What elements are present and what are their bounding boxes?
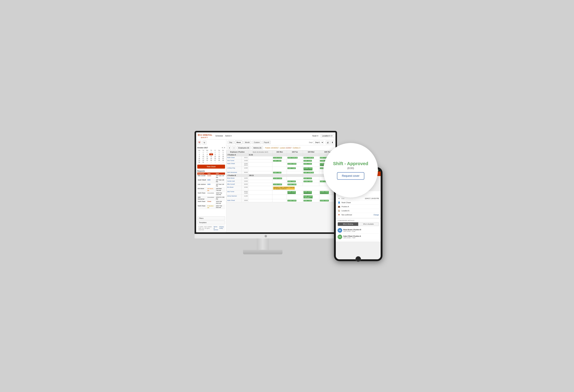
nav-user[interactable]: Noah ▾ — [312, 135, 318, 137]
nav-location-selector[interactable]: Location A ⇕ — [321, 134, 334, 137]
dept-dropdown[interactable]: Dept 1 — [313, 141, 324, 144]
cal-day[interactable]: 19 — [209, 157, 213, 159]
calendar-icon-btn[interactable]: 📅 — [197, 141, 201, 145]
cal-day[interactable]: 8 — [221, 154, 225, 155]
whos-working-tab[interactable]: Who's Working — [338, 222, 358, 226]
shift-cell[interactable]: 10/2/2017 7:00A - 10/5/2017 7:00A (N)UP … — [273, 187, 295, 190]
time-clock-button[interactable]: Time Clock — [197, 165, 225, 169]
shift-cell[interactable]: 8:00A - 4:00P (B) — [304, 157, 314, 158]
table-row[interactable]: Ellie Connell Cover 10/7 Sat 1:00 PM — [197, 175, 225, 179]
cal-day[interactable]: 17 — [201, 157, 205, 159]
shift-cell[interactable]: 11:30A - 4:00P(Position A) — [320, 191, 329, 194]
shift-cell[interactable]: 4:00P - 9:30P(Position A) — [304, 191, 312, 194]
table-row[interactable]: Kyle Jackson Shift 10/7 Sat 1:00 PM — [197, 183, 225, 187]
cal-day[interactable]: 2 — [197, 154, 201, 155]
whos-available-tab[interactable]: Who's Available — [358, 222, 379, 226]
cal-day[interactable]: 12 — [209, 156, 213, 157]
cal-day[interactable]: 26 — [201, 152, 205, 153]
cal-day[interactable]: 24 — [201, 159, 205, 161]
shift-cell[interactable]: 1:00P - 7:00P — [287, 167, 296, 169]
table-row[interactable]: Noah Chase P Vacation (N) 10/17 Tue 8:00… — [197, 205, 225, 209]
shift-cell[interactable]: 4:00P - 9:30P — [304, 160, 312, 162]
shift-cell[interactable]: 2:00P - 6:00P (N) — [304, 172, 314, 174]
cal-day[interactable]: 1 — [205, 161, 209, 163]
cal-day[interactable]: 6 — [213, 154, 217, 155]
employee-cecilia-cash[interactable]: Cecilia Cash — [227, 180, 235, 182]
cal-day[interactable]: 16 — [197, 157, 201, 159]
privacy-link[interactable]: Privacy Policy — [219, 226, 224, 231]
cal-day[interactable]: 30 — [197, 161, 201, 163]
terms-link[interactable]: Terms of Service — [213, 226, 218, 231]
nav-schedule[interactable]: Schedule — [215, 135, 224, 137]
custom-tab[interactable]: Custom — [252, 141, 261, 144]
employee-seth-henneman[interactable]: Seth Henneman — [227, 172, 237, 173]
employee-katie-oneal[interactable]: Katie O'Neal — [227, 163, 235, 164]
employees-filter-btn[interactable]: Employees (0) — [237, 146, 251, 149]
cal-day[interactable]: 22 — [221, 157, 225, 159]
employee-katie-oneal-b[interactable]: Katie O'Neal — [227, 200, 235, 201]
shift-cell[interactable]: 8:30A - 7:30P — [304, 200, 312, 201]
templates-button[interactable]: Templates — [197, 221, 225, 224]
employee-erin-boxer[interactable]: Erin Boxer — [227, 186, 233, 188]
shift-cell[interactable]: 1:00P - 9:00P — [273, 160, 281, 162]
employee-lindsey-king[interactable]: Lindsey King — [227, 167, 235, 169]
cal-day[interactable]: 7 — [217, 154, 221, 155]
shift-cell[interactable]: 11:30A - 5:00P — [287, 163, 296, 165]
request-cover-button[interactable]: Request cover — [337, 172, 364, 180]
employee-brian-brown[interactable]: Brian Brown — [227, 177, 235, 179]
table-row[interactable]: Erin Boxer UP Vacati...(N) 10/9 Mon 7:00… — [197, 188, 225, 192]
shift-cell[interactable]: 11:30A - 5:00P — [287, 200, 296, 201]
download-btn[interactable]: ⬇ — [330, 140, 334, 144]
employee-noah-chase[interactable]: Noah Chase — [227, 157, 235, 158]
cal-day[interactable]: 27 — [205, 152, 209, 153]
cal-day[interactable]: 20 — [213, 157, 217, 159]
cal-day[interactable]: 1 — [221, 152, 225, 153]
cal-day[interactable]: 26 — [209, 159, 213, 161]
cal-day-today[interactable]: 5 — [209, 154, 213, 155]
cal-day[interactable]: 23 — [197, 159, 201, 161]
month-tab[interactable]: Month — [243, 141, 251, 144]
shift-cell[interactable]: 11:00A - 4:30P — [304, 180, 312, 182]
cal-day[interactable]: 4 — [205, 154, 209, 155]
filters-button[interactable]: Filters — [197, 216, 225, 220]
cal-day[interactable]: 4 — [217, 161, 221, 163]
cal-day[interactable]: 3 — [201, 154, 205, 155]
cal-day[interactable]: 29 — [221, 159, 225, 161]
shift-cell[interactable]: 10:30A - 2:30P — [287, 184, 296, 185]
employee-jimmy-newman[interactable]: Jimmy Newman — [227, 195, 237, 197]
cal-day[interactable]: 9 — [197, 156, 201, 157]
shift-cell[interactable]: 8:00A - 2:00P — [287, 180, 296, 182]
cal-day[interactable]: 21 — [217, 157, 221, 159]
dropdown-arrow-btn[interactable]: ▾ — [228, 146, 231, 150]
cal-day[interactable]: 25 — [205, 159, 209, 161]
cal-day[interactable]: 31 — [201, 161, 205, 163]
employee-jess-turner-b[interactable]: Jess Turner — [227, 191, 234, 192]
coworker-item-bb[interactable]: BB Brian Brown | Position B 10/4 | 8:00A… — [338, 227, 379, 234]
shift-cell[interactable]: 11:00A - 9:35P — [320, 200, 329, 201]
print-btn[interactable]: 🖨 — [326, 140, 330, 144]
cal-day[interactable]: 5 — [221, 161, 225, 163]
refresh-icon-btn[interactable]: ↻ — [203, 141, 206, 145]
table-row[interactable]: Noah Chase Unavailable 10/10 Tue 4:00 PM — [197, 192, 225, 196]
cal-day[interactable]: 14 — [217, 156, 221, 157]
cal-day[interactable]: 13 — [213, 156, 217, 157]
payroll-tab[interactable]: Payroll — [262, 141, 271, 144]
next-month-btn[interactable]: > — [224, 146, 225, 149]
employee-ellie-connell[interactable]: Ellie Connell — [227, 183, 235, 185]
cal-day[interactable]: 10 — [201, 156, 205, 157]
week-tab[interactable]: Week — [235, 141, 243, 144]
cal-day[interactable]: 3 — [213, 161, 217, 163]
prev-month-btn[interactable]: < — [222, 146, 223, 149]
phone-home-button[interactable] — [355, 256, 361, 262]
shift-cell[interactable]: 8:30A - 7:30P — [304, 163, 312, 165]
cal-day[interactable]: 25 — [197, 152, 201, 153]
cal-day[interactable]: 29 — [213, 152, 217, 153]
cal-day[interactable]: 28 — [217, 159, 221, 161]
cal-day[interactable]: 27 — [213, 159, 217, 161]
table-row[interactable]: Noah Chase Cover 10/14 Sat 8:00 AM — [197, 200, 225, 205]
square-toggle-btn[interactable]: □ — [232, 146, 236, 150]
cal-day[interactable]: 15 — [221, 156, 225, 157]
shift-cell[interactable]: 11:15A - 4:15P — [273, 177, 282, 179]
shift-cell[interactable]: 11:15A - 4:30P — [273, 184, 282, 185]
coworker-item-ko[interactable]: KO Katie O'Neal | Position A 10/4 | 8:30… — [338, 234, 379, 240]
